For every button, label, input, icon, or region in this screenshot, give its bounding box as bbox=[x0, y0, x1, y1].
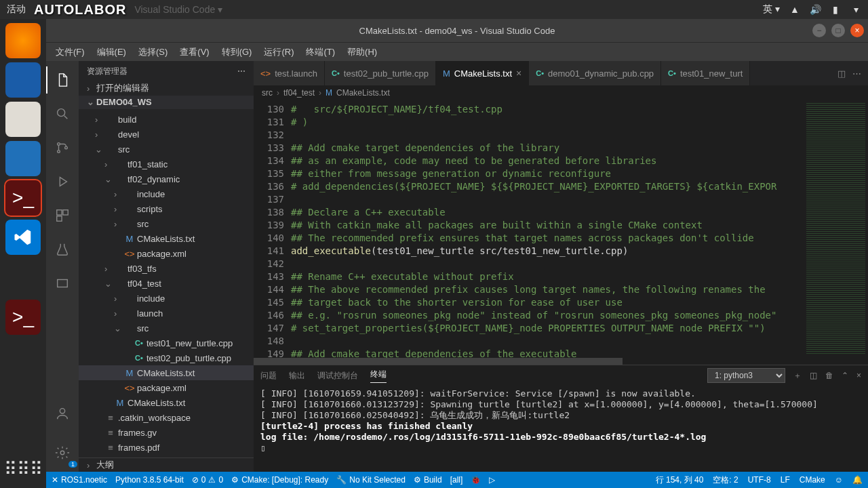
close-button[interactable]: × bbox=[850, 24, 864, 37]
menu-run[interactable]: 运行(R) bbox=[258, 44, 299, 60]
file-frames-gv[interactable]: ≡frames.gv bbox=[79, 425, 254, 440]
status-eol[interactable]: LF bbox=[781, 474, 790, 486]
tabs-more-icon[interactable]: ⋯ bbox=[852, 68, 861, 79]
lang-indicator[interactable]: 英 ▾ bbox=[763, 3, 780, 16]
activity-explorer[interactable] bbox=[46, 66, 79, 94]
launcher-files[interactable] bbox=[5, 102, 41, 137]
activity-ros[interactable] bbox=[46, 270, 79, 297]
status-build-target[interactable]: [all] bbox=[450, 475, 463, 485]
open-editors-section[interactable]: ›打开的编辑器 bbox=[79, 81, 254, 96]
status-run-icon[interactable]: ▷ bbox=[489, 475, 495, 485]
folder-launch[interactable]: ›launch bbox=[79, 306, 254, 321]
new-terminal-icon[interactable]: ＋ bbox=[793, 370, 802, 382]
status-encoding[interactable]: UTF-8 bbox=[748, 474, 771, 486]
menu-terminal[interactable]: 终端(T) bbox=[300, 44, 340, 60]
file-frames-pdf[interactable]: ≡frames.pdf bbox=[79, 440, 254, 455]
folder-tf03_tfs[interactable]: ›tf03_tfs bbox=[79, 261, 254, 276]
kill-terminal-icon[interactable]: 🗑 bbox=[825, 371, 833, 380]
status-feedback-icon[interactable]: ☺ bbox=[835, 474, 843, 486]
panel-debug-console[interactable]: 调试控制台 bbox=[317, 370, 358, 382]
terminal-selector[interactable]: 1: python3 bbox=[707, 368, 785, 383]
folder-devel[interactable]: ›devel bbox=[79, 127, 254, 142]
launcher-vscode[interactable] bbox=[5, 220, 41, 255]
tab-test-launch[interactable]: <>test.launch bbox=[254, 61, 325, 85]
launcher-libreoffice[interactable] bbox=[5, 141, 41, 176]
minimize-button[interactable]: − bbox=[812, 24, 826, 37]
outline-section[interactable]: ›大纲 bbox=[79, 458, 254, 472]
launcher-terminal-2[interactable]: >_ bbox=[5, 300, 41, 335]
file-CMakeLists-txt[interactable]: MCMakeLists.txt bbox=[79, 365, 254, 380]
status-cmake[interactable]: ⚙ CMake: [Debug]: Ready bbox=[231, 475, 328, 485]
folder-build[interactable]: ›build bbox=[79, 112, 254, 127]
status-python[interactable]: Python 3.8.5 64-bit bbox=[115, 475, 184, 485]
folder-src[interactable]: ›src bbox=[79, 216, 254, 231]
power-icon[interactable]: ▾ bbox=[850, 4, 861, 15]
status-debug-icon[interactable]: 🐞 bbox=[471, 475, 481, 485]
editor-hscroll[interactable] bbox=[254, 358, 868, 365]
file-package-xml[interactable]: <>package.xml bbox=[79, 246, 254, 261]
folder-src[interactable]: ⌄src bbox=[79, 321, 254, 336]
maximize-button[interactable]: □ bbox=[831, 24, 845, 37]
split-terminal-icon[interactable]: ◫ bbox=[810, 371, 817, 380]
activity-scm[interactable] bbox=[46, 134, 79, 161]
terminal-body[interactable]: [ INFO] [1610701659.941051209]: waitForS… bbox=[254, 386, 868, 472]
folder-src[interactable]: ⌄src bbox=[79, 142, 254, 157]
activity-settings[interactable]: 1 bbox=[46, 439, 79, 466]
workspace-header[interactable]: ⌄DEMO04_WS bbox=[79, 96, 254, 110]
tab-close-icon[interactable]: × bbox=[516, 68, 521, 79]
close-panel-icon[interactable]: × bbox=[856, 371, 861, 380]
breadcrumb[interactable]: src› tf04_test› MCMakeLists.txt bbox=[254, 85, 868, 100]
network-icon[interactable]: ▲ bbox=[789, 4, 800, 15]
launcher-thunderbird[interactable] bbox=[5, 62, 41, 98]
file-test02_pub_turtle-cpp[interactable]: C•test02_pub_turtle.cpp bbox=[79, 350, 254, 365]
activity-debug[interactable] bbox=[46, 168, 79, 195]
code-editor[interactable]: 130 131 132 133 134 135 136 137 138 139 … bbox=[254, 100, 868, 358]
activity-extensions[interactable] bbox=[46, 202, 79, 229]
folder-include[interactable]: ›include bbox=[79, 186, 254, 201]
launcher-firefox[interactable] bbox=[5, 23, 41, 58]
volume-icon[interactable]: 🔊 bbox=[810, 4, 821, 15]
status-build[interactable]: ⚙ Build bbox=[414, 475, 442, 485]
collapse-panel-icon[interactable]: ⌃ bbox=[842, 371, 848, 380]
tab-CMakeLists-txt[interactable]: MCMakeLists.txt× bbox=[436, 61, 529, 85]
file-CMakeLists-txt[interactable]: MCMakeLists.txt bbox=[79, 231, 254, 246]
file-test01_new_turtle-cpp[interactable]: C•test01_new_turtle.cpp bbox=[79, 336, 254, 350]
status-kit[interactable]: 🔧 No Kit Selected bbox=[336, 475, 406, 485]
status-ros[interactable]: ✕ ROS1.noetic bbox=[52, 475, 107, 485]
split-editor-icon[interactable]: ◫ bbox=[837, 68, 846, 79]
activity-account[interactable] bbox=[46, 400, 79, 427]
status-bell-icon[interactable]: 🔔 bbox=[852, 474, 863, 486]
menu-help[interactable]: 帮助(H) bbox=[342, 44, 382, 60]
folder-tf02_dynamic[interactable]: ⌄tf02_dynamic bbox=[79, 171, 254, 186]
panel-output[interactable]: 输出 bbox=[289, 370, 305, 382]
folder-tf04_test[interactable]: ⌄tf04_test bbox=[79, 276, 254, 291]
activity-search[interactable] bbox=[46, 100, 79, 127]
status-lang[interactable]: CMake bbox=[800, 474, 825, 486]
battery-icon[interactable]: ▮ bbox=[830, 4, 841, 15]
folder-scripts[interactable]: ›scripts bbox=[79, 201, 254, 216]
menu-file[interactable]: 文件(F) bbox=[50, 44, 90, 60]
menu-select[interactable]: 选择(S) bbox=[133, 44, 173, 60]
activities-label[interactable]: 活动 bbox=[7, 3, 26, 16]
app-menu[interactable]: Visual Studio Code ▾ bbox=[134, 4, 222, 15]
status-spaces[interactable]: 空格: 2 bbox=[713, 474, 738, 486]
status-cursor[interactable]: 行 154, 列 40 bbox=[656, 474, 704, 486]
folder-include[interactable]: ›include bbox=[79, 291, 254, 306]
folder-tf01_static[interactable]: ›tf01_static bbox=[79, 157, 254, 171]
menu-edit[interactable]: 编辑(E) bbox=[92, 44, 132, 60]
tab-demo01_dynamic_pub-cpp[interactable]: C•demo01_dynamic_pub.cpp bbox=[529, 61, 661, 85]
file-CMakeLists-txt[interactable]: MCMakeLists.txt bbox=[79, 395, 254, 410]
file--catkin_workspace[interactable]: ≡.catkin_workspace bbox=[79, 410, 254, 425]
panel-terminal[interactable]: 终端 bbox=[370, 369, 387, 383]
tab-test02_pub_turtle-cpp[interactable]: C•test02_pub_turtle.cpp bbox=[325, 61, 436, 85]
launcher-terminal[interactable]: >_ bbox=[5, 180, 41, 216]
panel-problems[interactable]: 问题 bbox=[260, 370, 277, 382]
minimap[interactable] bbox=[804, 100, 868, 358]
menu-view[interactable]: 查看(V) bbox=[174, 44, 214, 60]
sidebar-more-icon[interactable]: ⋯ bbox=[237, 66, 245, 76]
launcher-apps-grid[interactable]: ⠿⠿⠿ bbox=[4, 459, 43, 480]
file-package-xml[interactable]: <>package.xml bbox=[79, 380, 254, 395]
activity-testing[interactable] bbox=[46, 236, 79, 263]
menu-go[interactable]: 转到(G) bbox=[216, 44, 258, 60]
tab-test01_new_turt[interactable]: C•test01_new_turt bbox=[661, 61, 750, 85]
